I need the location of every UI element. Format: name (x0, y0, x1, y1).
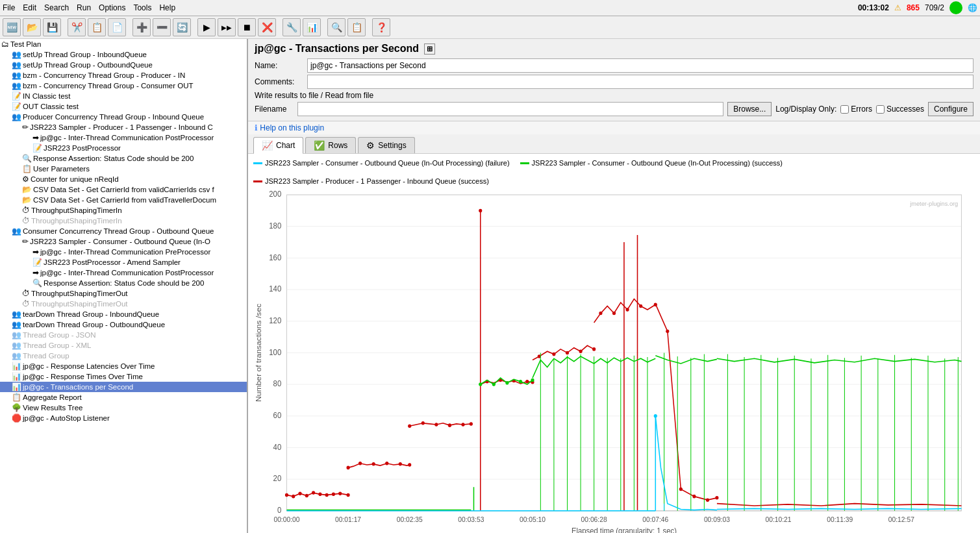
tree-item-33[interactable]: 📊jp@gc - Transactions per Second (0, 382, 247, 392)
comments-input[interactable] (307, 75, 974, 89)
tree-item-17[interactable]: ⏱ThroughputShapingTimerIn (0, 216, 247, 226)
tree-item-15[interactable]: 📂CSV Data Set - Get CarrierId from valid… (0, 195, 247, 205)
tree-item-12[interactable]: 📋User Parameters (0, 164, 247, 174)
tab-settings[interactable]: ⚙ Settings (358, 137, 414, 153)
tree-item-16[interactable]: ⏱ThroughputShapingTimerIn (0, 205, 247, 216)
function-helper-button[interactable]: 🔍 (327, 18, 346, 36)
tree-item-1[interactable]: 👥setUp Thread Group - InboundQueue (0, 49, 247, 60)
panel-title: jp@gc - Transactions per Second ⊞ (255, 43, 974, 55)
tree-item-8[interactable]: ✏JSR223 Sampler - Producer - 1 Passenger… (0, 122, 247, 132)
remote-start-button[interactable]: 🔧 (283, 18, 301, 36)
tree-item-9[interactable]: ➡jp@gc - Inter-Thread Communication Post… (0, 132, 247, 143)
open-button[interactable]: 📂 (23, 18, 41, 36)
tree-item-24[interactable]: ⏱ThroughputShapingTimerOut (0, 288, 247, 299)
tree-icon-17: ⏱ (22, 216, 30, 225)
tree-item-7[interactable]: 👥Producer Concurrency Thread Group - Inb… (0, 112, 247, 122)
legend-color-2 (253, 180, 262, 182)
tree-item-21[interactable]: 📝JSR223 PostProcessor - Amend Sampler (0, 257, 247, 267)
status-time: 00:13:02 (858, 3, 889, 12)
stop-button[interactable]: ⏹ (238, 18, 256, 36)
menu-file[interactable]: File (3, 3, 15, 12)
tree-item-19[interactable]: ✏JSR223 Sampler - Consumer - Outbound Qu… (0, 236, 247, 247)
tree-item-18[interactable]: 👥Consumer Concurrency Thread Group - Out… (0, 226, 247, 236)
expand-icon[interactable]: ⊞ (424, 43, 435, 55)
tree-item-36[interactable]: 🛑jp@gc - AutoStop Listener (0, 413, 247, 423)
start-no-pause-button[interactable]: ▶▶ (218, 18, 236, 36)
tree-label-13: Counter for unique nReqId (31, 175, 119, 183)
menu-search[interactable]: Search (44, 3, 69, 12)
status-indicator (949, 1, 962, 14)
browse-button[interactable]: Browse... (727, 102, 772, 116)
tree-item-10[interactable]: 📝JSR223 PostProcessor (0, 143, 247, 153)
svg-point-38 (285, 493, 288, 496)
tree-item-11[interactable]: 🔍Response Assertion: Status Code should … (0, 153, 247, 164)
tree-icon-8: ✏ (22, 123, 29, 132)
tree-label-32: jp@gc - Response Times Over Time (23, 373, 143, 380)
tree-item-30[interactable]: 👥Thread Group (0, 351, 247, 361)
tree-item-31[interactable]: 📊jp@gc - Response Latencies Over Time (0, 361, 247, 371)
legend-item-1: JSR223 Sampler - Consumer - Outbound Que… (520, 159, 783, 167)
tree-item-28[interactable]: 👥Thread Group - JSON (0, 330, 247, 340)
chart-legend: JSR223 Sampler - Consumer - Outbound Que… (253, 159, 975, 185)
remove-button[interactable]: ➖ (153, 18, 171, 36)
tree-item-25[interactable]: ⏱ThroughputShapingTimerOut (0, 299, 247, 309)
refresh-button[interactable]: 🔄 (173, 18, 191, 36)
name-input[interactable] (307, 58, 974, 73)
tree-item-4[interactable]: 👥bzm - Concurrency Thread Group - Consum… (0, 81, 247, 91)
start-button[interactable]: ▶ (197, 18, 216, 36)
tree-item-22[interactable]: ➡jp@gc - Inter-Thread Communication Post… (0, 267, 247, 278)
tree-icon-2: 👥 (12, 60, 21, 69)
settings-tab-icon: ⚙ (366, 140, 375, 151)
configure-button[interactable]: Configure (928, 102, 974, 116)
svg-text:00:07:46: 00:07:46 (642, 515, 668, 523)
tree-item-20[interactable]: ➡jp@gc - Inter-Thread Communication PreP… (0, 247, 247, 257)
cut-button[interactable]: ✂️ (68, 18, 86, 36)
tree-item-5[interactable]: 📝IN Classic test (0, 91, 247, 101)
menu-tools[interactable]: Tools (133, 3, 151, 12)
tree-item-23[interactable]: 🔍Response Assertion: Status Code should … (0, 278, 247, 288)
help-button[interactable]: ❓ (372, 18, 390, 36)
tree-item-14[interactable]: 📂CSV Data Set - Get CarrierId from valid… (0, 184, 247, 195)
tab-rows[interactable]: ✅ Rows (305, 137, 356, 153)
save-button[interactable]: 💾 (43, 18, 61, 36)
paste-button[interactable]: 📄 (108, 18, 126, 36)
tree-item-34[interactable]: 📋Aggregate Report (0, 392, 247, 403)
tree-item-6[interactable]: 📝OUT Classic test (0, 101, 247, 112)
filename-input[interactable] (297, 102, 723, 116)
svg-point-47 (347, 493, 349, 496)
tree-item-0[interactable]: 🗂Test Plan (0, 39, 247, 49)
chart-area: JSR223 Sampler - Consumer - Outbound Que… (248, 154, 980, 533)
tab-chart[interactable]: 📈 Chart (253, 137, 303, 154)
tree-item-2[interactable]: 👥setUp Thread Group - OutboundQueue (0, 60, 247, 70)
menu-edit[interactable]: Edit (23, 3, 36, 12)
tree-item-27[interactable]: 👥tearDown Thread Group - OutboundQueue (0, 319, 247, 330)
svg-text:120: 120 (269, 316, 281, 325)
tree-item-35[interactable]: 🌳View Results Tree (0, 403, 247, 413)
clear-button[interactable]: 📋 (347, 18, 366, 36)
svg-point-81 (679, 488, 682, 490)
menu-help[interactable]: Help (159, 3, 175, 12)
errors-checkbox[interactable] (840, 105, 849, 114)
successes-checkbox[interactable] (876, 105, 885, 114)
shutdown-button[interactable]: ❌ (258, 18, 276, 36)
tree-item-32[interactable]: 📊jp@gc - Response Times Over Time (0, 371, 247, 382)
remote-stop-button[interactable]: 📊 (303, 18, 321, 36)
tree-icon-13: ⚙ (22, 175, 29, 184)
tree-item-3[interactable]: 👥bzm - Concurrency Thread Group - Produc… (0, 70, 247, 81)
tree-item-29[interactable]: 👥Thread Group - XML (0, 340, 247, 351)
tree-label-5: IN Classic test (23, 92, 71, 100)
tree-item-26[interactable]: 👥tearDown Thread Group - InboundQueue (0, 309, 247, 319)
svg-point-72 (599, 312, 602, 314)
tree-icon-28: 👥 (12, 330, 21, 340)
copy-button[interactable]: 📋 (88, 18, 106, 36)
error-count: 865 (907, 3, 920, 12)
help-link[interactable]: Help on this plugin (260, 123, 324, 132)
menu-run[interactable]: Run (77, 3, 91, 12)
new-button[interactable]: 🆕 (3, 18, 21, 36)
svg-text:80: 80 (273, 379, 282, 388)
tree-item-13[interactable]: ⚙Counter for unique nReqId (0, 174, 247, 184)
menu-options[interactable]: Options (99, 3, 125, 12)
svg-point-83 (706, 499, 709, 501)
tree-label-15: CSV Data Set - Get CarrierId from validT… (33, 196, 216, 204)
add-button[interactable]: ➕ (132, 18, 151, 36)
